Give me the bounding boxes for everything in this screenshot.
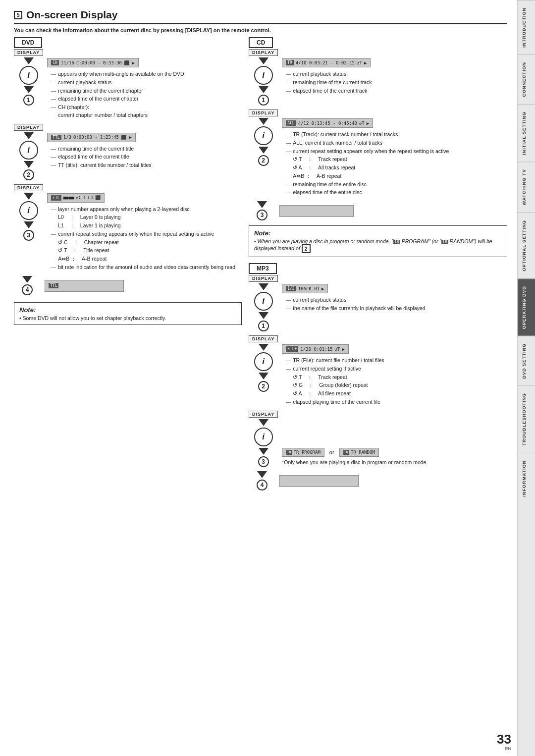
- annot-mp3-track-repeat-text: ↺ T ： Track repeat: [293, 374, 347, 380]
- step-num-dvd2: 2: [23, 169, 34, 180]
- mp3-step3-flow: DISPLAY i 3: [249, 411, 278, 467]
- display-label-mp3-3: DISPLAY: [249, 411, 278, 418]
- page-number: 33: [497, 732, 511, 747]
- cd-tr-badge-1: TR: [286, 60, 294, 65]
- annot-title-repeat-text: ↺ T ： Title repeat: [58, 247, 109, 253]
- annot-cd-all-text: ALL: current track number / total tracks: [293, 139, 382, 147]
- mp3-step3-screen-area: TR TR PROGRAM or TR TR RANDOM *Only when…: [282, 411, 507, 467]
- step-num-mp3-4: 4: [257, 480, 268, 490]
- mp3-tr-badge-3a: TR: [286, 450, 292, 455]
- dvd-screen-2-time: 0:00:00 - 1:23:45: [73, 135, 119, 140]
- annot-ab-repeat-dvd-text: A⇔B ： A-B repeat: [58, 256, 107, 262]
- arrow-mp3-3b: [259, 448, 268, 455]
- mp3-screen-2-play: ▶: [342, 347, 344, 352]
- cd-screen-1-repeat: ↺T: [357, 60, 362, 65]
- step-num-dvd4: 4: [22, 284, 33, 295]
- mp3-step4-flow: 4: [249, 471, 275, 490]
- step-num-dvd3: 3: [23, 230, 34, 241]
- arrow-cd1b: [259, 86, 268, 93]
- mp3-step3-or: or: [329, 449, 334, 455]
- annot-remaining-title-text: remaining time of the current title: [58, 145, 134, 153]
- annot-elapsed-title-text: elapsed time of the current title: [58, 153, 129, 161]
- annot-mp3-filename-text: the name of the file currently in playba…: [293, 305, 425, 313]
- mp3-screen-1-text: TRACK 01: [298, 286, 320, 291]
- annot-cd-track-repeat-text: ↺ T ： Track repeat: [293, 156, 347, 162]
- annot-remaining-chapter: — remaining time of the current chapter: [51, 87, 242, 95]
- info-circle-mp3-3: i: [254, 428, 273, 446]
- annot-remaining-chapter-text: remaining time of the current chapter: [58, 87, 143, 95]
- arrow-cd2: [259, 118, 268, 125]
- dvd-badge: DVD: [14, 37, 42, 48]
- dvd-step4-row: 4 TTL: [14, 276, 242, 295]
- dvd-screen-4-badge: TTL: [49, 283, 58, 288]
- cd-step2-flow: DISPLAY i 2: [249, 109, 278, 197]
- ttl-badge: TTL: [51, 135, 61, 140]
- cd-step3-screen-area: [279, 203, 507, 220]
- dvd-screen-1-time: C:00:00 - 0:53:30: [76, 60, 122, 65]
- annot-elapsed-chapter-text: elapsed time of the current chapter: [58, 95, 138, 103]
- dvd-step1-annotations: — appears only when multi-angle is avail…: [47, 70, 242, 119]
- annot-ch: — CH (chapter):current chapter number / …: [51, 104, 242, 119]
- annot-mp3-tr-file-text: TR (File): current file number / total f…: [293, 357, 384, 365]
- annot-layer: — layer number appears only when playing…: [51, 206, 242, 214]
- annot-l0-text: L0 ： Layer 0 is playing: [58, 214, 120, 220]
- dvd-note-title: Note:: [19, 306, 236, 314]
- sidebar-tab-introduction: INTRODUCTION: [518, 0, 535, 54]
- annot-multiangle-text: appears only when multi-angle is availab…: [58, 70, 184, 78]
- display-label-dvd2: DISPLAY: [14, 124, 43, 131]
- step-num-cd1: 1: [258, 95, 269, 106]
- sidebar-tab-optional-setting: OPTIONAL SETTING: [518, 213, 535, 278]
- arrow-dvd3b: [24, 221, 34, 228]
- dvd-step1-flow: DISPLAY i 1: [14, 49, 43, 120]
- ttl-badge-3: TTL: [51, 195, 61, 201]
- arrow-dvd1: [24, 57, 34, 64]
- sidebar-tab-watching-tv: WATCHING TV: [518, 162, 535, 212]
- mp3-file-badge-2: FILE: [286, 346, 298, 352]
- cd-step2-screen-area: ALL 4/12 0:13:45 - 0:45:40 ↺T ▶ — TR (Tr…: [282, 109, 507, 197]
- dvd-step1-row: DISPLAY i 1 CH 11/16 C:00:00 - 0:53:30 ⬛…: [14, 49, 242, 120]
- dvd-screen-3: TTL ■■■■ ↺C T L1 ⬛: [47, 193, 105, 203]
- mp3-step2-annotations: — TR (File): current file number / total…: [282, 357, 507, 406]
- arrow-dvd2b: [24, 161, 34, 168]
- mp3-step3-row: DISPLAY i 3 TR TR PROGRAM or: [249, 411, 507, 467]
- cd-screen-2-repeat: ↺T: [359, 121, 365, 126]
- annot-elapsed-chapter: — elapsed time of the current chapter: [51, 95, 242, 103]
- mp3-badge: MP3: [249, 263, 277, 274]
- annot-mp3-group-repeat-text: ↺ G ： Group (folder) repeat: [293, 382, 368, 388]
- arrow-mp3-4: [257, 471, 267, 478]
- annot-cd-elapsed-track: — elapsed time of the current track: [286, 87, 507, 95]
- annot-cd-remaining-disc: — remaining time of the entire disc: [286, 181, 507, 189]
- dvd-screen-2-text: 1/3: [63, 135, 71, 140]
- dvd-step4-screen-area: TTL: [45, 278, 242, 295]
- arrow-dvd2: [24, 132, 34, 139]
- mp3-screen-3-random-text: TR RANDOM: [351, 450, 375, 455]
- section-header: 5 On-screen Display: [14, 9, 507, 24]
- annot-l1-text: L1 ： Layer 1 is playing: [58, 222, 120, 228]
- info-circle-dvd2: i: [19, 141, 38, 160]
- cd-note-2-circle: 2: [302, 244, 311, 253]
- annot-cd-playback-text: current playback status: [293, 70, 346, 78]
- mp3-step3-screens: TR TR PROGRAM or TR TR RANDOM: [282, 448, 507, 457]
- annot-cd-remaining-track-text: remaining time of the current track: [293, 79, 372, 87]
- info-circle-cd1: i: [254, 66, 273, 85]
- cd-screen-2: ALL 4/12 0:13:45 - 0:45:40 ↺T ▶: [282, 118, 373, 128]
- cd-step1-annotations: — current playback status — remaining ti…: [282, 70, 507, 95]
- sidebar-tab-operating-dvd: OPERATING DVD: [518, 278, 535, 336]
- two-column-layout: DVD DISPLAY i 1 CH 11/1: [14, 39, 507, 491]
- cd-step2-row: DISPLAY i 2 ALL 4/12 0:13:45 - 0:45:40 ↺…: [249, 109, 507, 197]
- mp3-step1-screen-area: 1/3 TRACK 01 ▶ — current playback status…: [282, 275, 507, 331]
- mp3-screen-4-content: [283, 479, 326, 484]
- dvd-screen-4-content: [60, 283, 98, 288]
- cd-note-text: • When you are playing a disc in program…: [254, 238, 502, 253]
- dvd-step3-annotations: — layer number appears only when playing…: [47, 206, 242, 271]
- step-num-cd3: 3: [257, 210, 268, 220]
- cd-all-badge: ALL: [286, 120, 296, 126]
- dvd-screen-2: TTL 1/3 0:00:00 - 1:23:45 ⬛ ▶: [47, 133, 136, 142]
- annot-cd-tr: — TR (Track): current track number / tot…: [286, 131, 507, 139]
- dvd-screen-3-layer: L1: [88, 195, 94, 200]
- dvd-screen-4: TTL: [45, 280, 124, 292]
- dvd-screen-3-icon: ⬛: [95, 195, 101, 200]
- mp3-screen-2-text: 1/30 0:01:15: [300, 347, 332, 352]
- mp3-step4-row: 4: [249, 471, 507, 490]
- cd-screen-3: [279, 205, 354, 217]
